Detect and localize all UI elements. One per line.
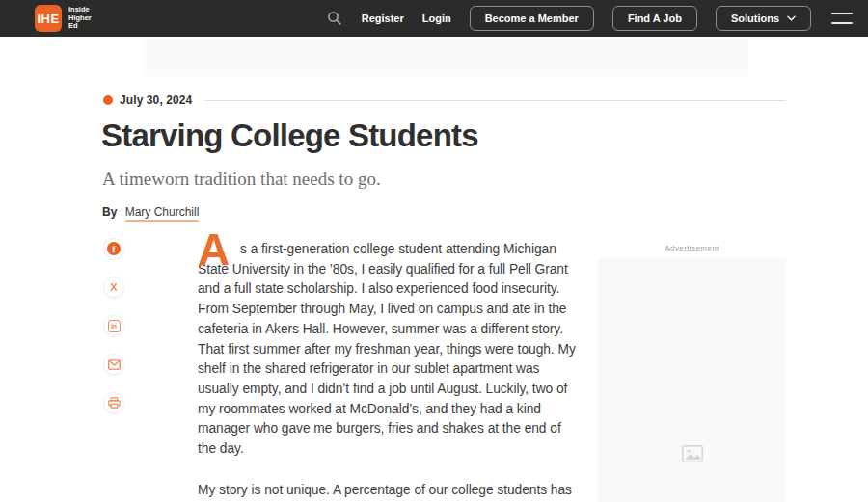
image-placeholder-icon	[682, 445, 703, 462]
article-paragraph: My story is not unique. A percentage of …	[198, 481, 582, 502]
author-link[interactable]: Mary Churchill	[125, 205, 200, 222]
byline: By Mary Churchill	[102, 205, 199, 219]
top-ad-slot	[143, 39, 748, 76]
print-icon	[108, 397, 121, 409]
right-ad-slot	[598, 258, 786, 502]
search-icon[interactable]	[326, 10, 343, 27]
date-row: July 30, 2024	[103, 93, 786, 107]
divider	[205, 100, 786, 101]
logo-wordmark: Inside Higher Ed	[68, 6, 92, 31]
chevron-down-icon	[787, 15, 796, 21]
site-header: IHE Inside Higher Ed Register Login Beco…	[0, 0, 868, 37]
x-twitter-icon: X	[110, 281, 117, 293]
byline-prefix: By	[102, 205, 117, 219]
solutions-dropdown-button[interactable]: Solutions	[716, 6, 811, 31]
find-a-job-label: Find A Job	[628, 13, 682, 24]
article-dek: A timeworn tradition that needs to go.	[102, 169, 604, 190]
share-facebook-button[interactable]: f	[103, 238, 124, 259]
article-paragraph: As a first-generation college student at…	[198, 240, 582, 460]
date-dot-icon	[103, 95, 113, 105]
logo-ihe-icon: IHE	[35, 5, 62, 32]
solutions-label: Solutions	[731, 13, 779, 24]
become-member-label: Become a Member	[485, 13, 579, 24]
share-linkedin-button[interactable]: in	[103, 315, 124, 336]
site-logo[interactable]: IHE Inside Higher Ed	[35, 5, 92, 32]
share-print-button[interactable]	[103, 392, 124, 413]
find-a-job-button[interactable]: Find A Job	[612, 6, 697, 31]
paragraph-text: s a first-generation college student att…	[198, 242, 576, 456]
linkedin-icon: in	[108, 320, 121, 332]
article-body: As a first-generation college student at…	[198, 240, 582, 502]
share-email-button[interactable]	[103, 354, 124, 375]
facebook-icon: f	[107, 242, 121, 255]
login-link[interactable]: Login	[422, 13, 451, 24]
become-member-button[interactable]: Become a Member	[470, 6, 594, 31]
publish-date: July 30, 2024	[120, 93, 192, 107]
advertisement-label: Advertisement	[598, 244, 786, 252]
article-page: IHE Inside Higher Ed Register Login Beco…	[0, 0, 868, 502]
page-title: Starving College Students	[101, 118, 641, 154]
dropcap: A	[198, 230, 230, 269]
email-icon	[108, 359, 121, 370]
share-x-button[interactable]: X	[103, 277, 124, 298]
share-rail: f X in	[103, 238, 124, 413]
menu-icon[interactable]	[831, 13, 853, 24]
register-link[interactable]: Register	[362, 13, 404, 24]
